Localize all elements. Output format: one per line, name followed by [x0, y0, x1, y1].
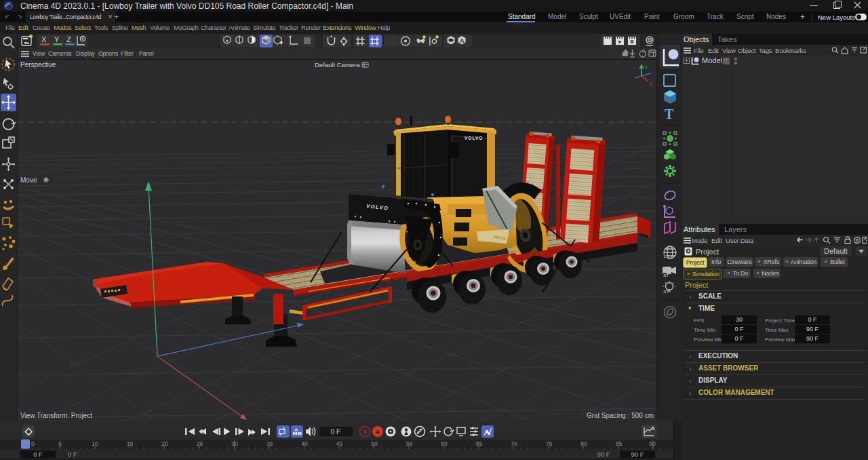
- svg-text:Y: Y: [644, 64, 648, 71]
- svg-text:X: X: [649, 81, 653, 88]
- svg-text:85: 85: [616, 440, 623, 447]
- svg-text:Z: Z: [66, 35, 71, 43]
- svg-text:0 F: 0 F: [33, 451, 43, 458]
- svg-text:40: 40: [301, 440, 308, 447]
- svg-text:ST: ST: [664, 254, 669, 258]
- svg-text:A: A: [376, 429, 380, 436]
- svg-text:60: 60: [441, 440, 448, 447]
- svg-text:50: 50: [371, 440, 378, 447]
- svg-text:Grid Spacing : 500 cm: Grid Spacing : 500 cm: [587, 412, 654, 419]
- svg-text:ST: ST: [663, 273, 669, 277]
- svg-text:Default Camera: Default Camera: [315, 61, 360, 69]
- svg-text:90 F: 90 F: [597, 451, 610, 458]
- svg-text:0 F: 0 F: [68, 451, 77, 458]
- svg-text:90: 90: [649, 440, 656, 447]
- svg-text:65: 65: [476, 440, 483, 447]
- svg-text:A: A: [294, 427, 298, 433]
- svg-text:75: 75: [546, 440, 553, 447]
- svg-text:70: 70: [511, 440, 517, 447]
- svg-text:35: 35: [267, 440, 273, 447]
- svg-text:Move: Move: [20, 176, 37, 184]
- svg-text:0: 0: [31, 440, 35, 447]
- svg-text:View Transform: Project: View Transform: Project: [20, 412, 92, 419]
- svg-text:T: T: [665, 107, 674, 121]
- svg-text:ST: ST: [663, 290, 669, 294]
- svg-text:VOLVO: VOLVO: [465, 136, 483, 140]
- svg-text:X: X: [41, 35, 47, 43]
- svg-text:55: 55: [406, 440, 413, 447]
- svg-text:0 F: 0 F: [331, 428, 340, 436]
- svg-text:A: A: [460, 37, 465, 44]
- svg-text:90 F: 90 F: [631, 451, 644, 458]
- svg-text:80: 80: [580, 440, 587, 447]
- svg-text:Perspective: Perspective: [20, 61, 56, 69]
- svg-text:Y: Y: [54, 35, 60, 43]
- svg-text:45: 45: [336, 440, 343, 447]
